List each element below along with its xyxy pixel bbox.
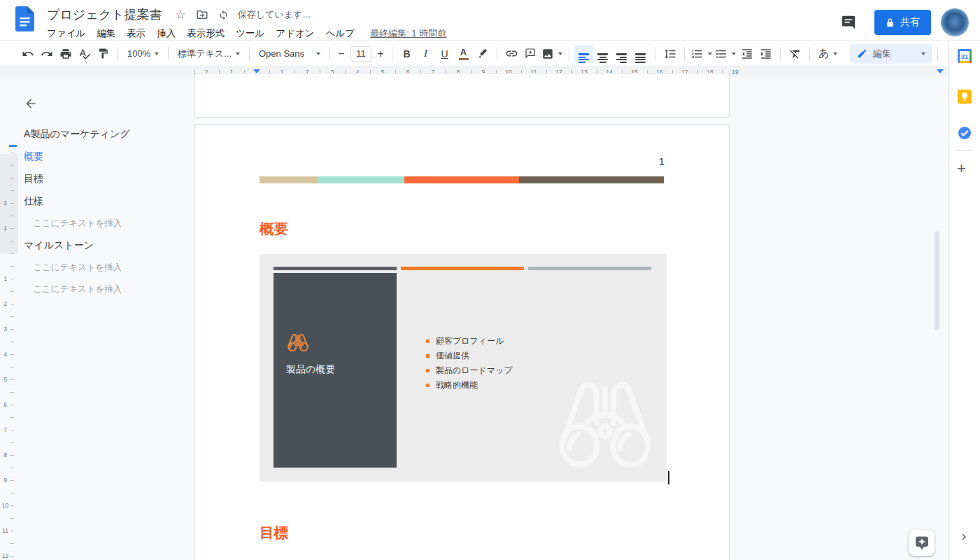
rail-divider — [956, 150, 973, 150]
spellcheck-button[interactable] — [75, 45, 94, 63]
share-button[interactable]: 共有 — [874, 10, 931, 35]
goals-heading[interactable]: 目標 — [260, 524, 288, 542]
divider-segment — [317, 176, 404, 183]
google-keep-icon[interactable] — [958, 90, 972, 104]
google-tasks-icon[interactable] — [958, 126, 972, 140]
align-center-button[interactable] — [593, 45, 612, 63]
divider-segment — [404, 176, 519, 183]
google-calendar-icon[interactable]: 31 — [958, 49, 972, 63]
divider-segment — [519, 176, 664, 183]
outline-item-placeholder[interactable]: ここにテキストを挿入 — [20, 279, 180, 300]
overview-heading[interactable]: 概要 — [260, 220, 288, 238]
menu-insert[interactable]: 挿入 — [151, 26, 181, 41]
outline-item-goals[interactable]: 目標 — [20, 168, 180, 190]
bulleted-list-button[interactable] — [713, 45, 737, 63]
toolbar: 100% 標準テキス... Open Sans − 11 + B I U A — [0, 41, 980, 67]
text-color-button[interactable]: A — [454, 45, 473, 63]
editing-mode-button[interactable]: 編集 — [850, 44, 932, 64]
editing-mode-label: 編集 — [873, 48, 891, 60]
outline-item-a-product-marketing[interactable]: A製品のマーケティング — [20, 123, 180, 146]
svg-text:31: 31 — [961, 52, 969, 60]
slide-top-bar-orange — [401, 267, 524, 270]
line-spacing-button[interactable] — [660, 45, 679, 63]
list-item: 製品のロードマップ — [426, 365, 513, 379]
font-size-increase-button[interactable]: + — [374, 45, 387, 63]
binoculars-icon — [286, 330, 310, 357]
chevron-down-icon — [155, 52, 159, 55]
undo-button[interactable] — [18, 45, 37, 63]
align-right-button[interactable] — [612, 45, 631, 63]
account-avatar[interactable] — [941, 8, 969, 36]
divider-segment — [260, 176, 317, 183]
font-select[interactable]: Open Sans — [255, 45, 325, 63]
hide-side-panel-button[interactable] — [958, 531, 970, 546]
menu-file[interactable]: ファイル — [47, 26, 91, 41]
add-comment-button[interactable] — [521, 45, 540, 63]
clear-formatting-button[interactable] — [786, 45, 804, 63]
increase-indent-button[interactable] — [756, 45, 775, 63]
document-canvas: 1 概要 — [0, 77, 948, 560]
italic-button[interactable]: I — [416, 45, 435, 63]
vertical-ruler[interactable]: 21123456789101112131415 — [0, 154, 18, 560]
list-item: 価値提供 — [426, 350, 513, 365]
highlight-color-button[interactable] — [473, 45, 492, 63]
input-tools-button[interactable]: あ — [815, 45, 841, 63]
last-edit-link[interactable]: 最終編集: 1 時間前 — [370, 27, 446, 40]
close-outline-back-arrow[interactable] — [24, 97, 38, 111]
outline-item-overview[interactable]: 概要 — [20, 146, 180, 168]
print-button[interactable] — [56, 45, 75, 63]
menu-addons[interactable]: アドオン — [270, 26, 320, 41]
outline-item-milestones[interactable]: マイルストーン — [20, 234, 180, 257]
slide-bullet-list: 顧客プロフィール 価値提供 製品のロードマップ 戦略的機能 — [426, 335, 513, 394]
paint-format-button[interactable] — [94, 45, 113, 63]
bold-button[interactable]: B — [397, 45, 416, 63]
text-color-swatch — [459, 58, 469, 60]
chevron-down-icon — [732, 52, 736, 55]
outline-item-specs[interactable]: 仕様 — [20, 190, 180, 213]
embedded-slide-image[interactable]: 製品の概要 顧客プロフィール 価値提供 製品のロードマップ 戦略的機能 — [260, 254, 667, 482]
page-1[interactable] — [194, 73, 730, 118]
document-title[interactable]: プロジェクト提案書 — [47, 6, 162, 23]
menu-help[interactable]: ヘルプ — [320, 26, 360, 41]
menu-edit[interactable]: 編集 — [91, 26, 121, 41]
move-folder-icon[interactable] — [196, 8, 208, 21]
vertical-scrollbar[interactable] — [935, 231, 939, 330]
font-size-input[interactable]: 11 — [350, 46, 371, 62]
font-size-decrease-button[interactable]: − — [335, 45, 348, 63]
underline-button[interactable]: U — [435, 45, 454, 63]
outline-item-placeholder[interactable]: ここにテキストを挿入 — [20, 257, 180, 279]
insert-image-button[interactable] — [540, 45, 564, 63]
list-item: 戦略的機能 — [426, 379, 513, 394]
slide-top-bar-dark — [274, 267, 397, 270]
get-addons-button[interactable]: + — [957, 161, 966, 176]
menu-tools[interactable]: ツール — [230, 26, 270, 41]
align-left-button[interactable] — [574, 45, 593, 63]
menu-bar: ファイル 編集 表示 挿入 表示形式 ツール アドオン ヘルプ 最終編集: 1 … — [47, 25, 841, 42]
slide-top-bar-gray — [528, 267, 651, 270]
right-indent-marker[interactable] — [937, 69, 944, 74]
menu-view[interactable]: 表示 — [121, 26, 151, 41]
bullet-square-icon — [426, 354, 429, 358]
saving-status: 保存しています… — [238, 8, 312, 21]
bullet-square-icon — [426, 369, 429, 372]
decrease-indent-button[interactable] — [737, 45, 756, 63]
explore-button[interactable] — [909, 530, 935, 556]
document-outline: A製品のマーケティング 概要 目標 仕様 ここにテキストを挿入 マイルストーン … — [20, 91, 180, 300]
pencil-icon — [857, 48, 867, 59]
numbered-list-button[interactable] — [690, 45, 713, 63]
star-icon[interactable]: ☆ — [176, 9, 186, 21]
styles-select[interactable]: 標準テキス... — [173, 45, 244, 63]
page-2[interactable]: 1 概要 — [194, 124, 730, 560]
header: プロジェクト提案書 ☆ 保存しています… ファイル 編集 表示 挿入 表示形式 … — [0, 0, 980, 41]
docs-logo-icon[interactable] — [15, 6, 34, 34]
menu-format[interactable]: 表示形式 — [181, 26, 230, 41]
page-number: 1 — [195, 155, 665, 167]
redo-button[interactable] — [37, 45, 56, 63]
justify-button[interactable] — [631, 45, 650, 63]
insert-link-button[interactable] — [502, 45, 521, 63]
share-button-label: 共有 — [900, 16, 920, 29]
outline-item-placeholder[interactable]: ここにテキストを挿入 — [20, 213, 180, 234]
zoom-select[interactable]: 100% — [123, 45, 163, 63]
chevron-down-icon — [558, 52, 562, 55]
open-comments-icon[interactable] — [841, 15, 856, 30]
